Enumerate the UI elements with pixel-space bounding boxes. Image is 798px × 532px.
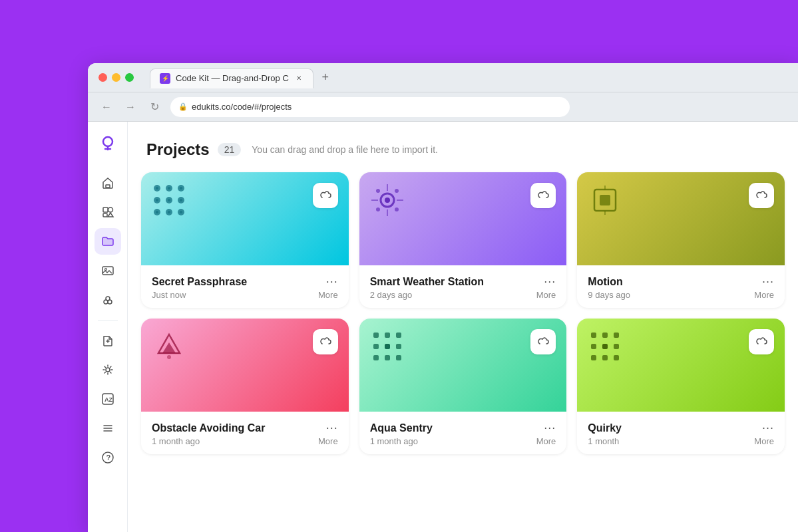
svg-point-37 <box>180 199 182 201</box>
project-card-aqua-sentry[interactable]: Aqua Sentry ··· 1 month ago More <box>359 319 567 454</box>
sidebar-item-shapes[interactable] <box>95 199 121 225</box>
svg-point-58 <box>167 355 171 359</box>
forward-button[interactable]: → <box>122 101 138 113</box>
card-thumbnail <box>577 319 785 412</box>
svg-rect-61 <box>396 332 401 338</box>
card-more-button[interactable]: More <box>754 436 774 446</box>
cloud-sync-button[interactable] <box>530 329 556 354</box>
project-card-quirky[interactable]: Quirky ··· 1 month More <box>577 319 785 454</box>
project-icon <box>588 183 622 217</box>
address-bar[interactable]: 🔒 edukits.co/code/#/projects <box>170 97 570 117</box>
svg-rect-3 <box>106 185 110 188</box>
card-time: 9 days ago <box>588 290 630 300</box>
card-menu-button[interactable]: ··· <box>762 421 774 435</box>
card-title: Aqua Sentry <box>370 422 433 434</box>
back-button[interactable]: ← <box>99 101 114 113</box>
svg-marker-6 <box>108 213 113 217</box>
cloud-sync-button[interactable] <box>313 329 338 354</box>
card-meta-row: 1 month ago More <box>152 436 338 446</box>
svg-rect-76 <box>614 355 619 360</box>
card-more-button[interactable]: More <box>754 290 774 300</box>
card-title-row: Quirky ··· <box>588 421 774 435</box>
svg-point-35 <box>156 199 158 201</box>
card-meta-row: 2 days ago More <box>370 290 556 300</box>
sidebar-item-home[interactable] <box>95 170 121 196</box>
card-title-row: Motion ··· <box>588 275 774 289</box>
card-time: 1 month <box>588 436 619 446</box>
close-button[interactable] <box>99 73 107 82</box>
cloud-sync-button[interactable] <box>749 183 774 208</box>
project-icon <box>370 329 405 364</box>
card-more-button[interactable]: More <box>536 290 556 300</box>
minimize-button[interactable] <box>112 73 120 82</box>
svg-rect-64 <box>396 344 401 349</box>
card-title: Quirky <box>588 422 622 434</box>
svg-point-42 <box>385 198 390 203</box>
svg-point-5 <box>108 207 112 212</box>
card-more-button[interactable]: More <box>536 436 556 446</box>
projects-badge: 21 <box>218 143 242 156</box>
card-meta-row: Just now More <box>152 290 338 300</box>
svg-rect-69 <box>602 332 608 338</box>
card-menu-button[interactable]: ··· <box>326 421 338 435</box>
sidebar-item-image[interactable] <box>95 257 121 284</box>
card-time: 2 days ago <box>370 290 413 300</box>
card-time: 1 month ago <box>152 436 200 446</box>
svg-rect-71 <box>591 344 596 349</box>
card-menu-button[interactable]: ··· <box>544 421 556 435</box>
svg-rect-63 <box>385 344 390 349</box>
card-more-button[interactable]: More <box>318 290 338 300</box>
card-title: Secret Passphrase <box>152 276 247 288</box>
sidebar-item-az[interactable]: AZ <box>95 386 121 412</box>
svg-point-12 <box>106 297 110 301</box>
hint-text: You can drag and drop a file here to imp… <box>252 144 438 155</box>
svg-point-43 <box>376 189 380 193</box>
card-info: Smart Weather Station ··· 2 days ago Mor… <box>359 265 567 308</box>
project-card-secret-passphrase[interactable]: Secret Passphrase ··· Just now More <box>141 172 349 308</box>
card-thumbnail <box>141 172 349 265</box>
svg-rect-66 <box>385 355 390 360</box>
sidebar-item-folder[interactable] <box>95 228 121 255</box>
cloud-sync-button[interactable] <box>749 329 774 354</box>
card-meta-row: 1 month ago More <box>370 436 556 446</box>
svg-rect-70 <box>614 332 619 338</box>
project-icon <box>152 329 186 364</box>
svg-rect-59 <box>373 332 379 338</box>
card-title-row: Aqua Sentry ··· <box>370 421 556 435</box>
new-tab-button[interactable]: + <box>316 68 335 87</box>
main-content: Projects 21 You can drag and drop a file… <box>128 122 798 532</box>
maximize-button[interactable] <box>125 73 134 82</box>
sidebar-item-new-file[interactable] <box>95 327 121 354</box>
project-card-motion[interactable]: Motion ··· 9 days ago More <box>577 172 785 308</box>
sidebar-item-help[interactable]: ? <box>95 444 121 471</box>
browser-content: AZ ? Projects 21 <box>88 122 798 532</box>
svg-rect-72 <box>602 344 608 349</box>
card-title: Obstacle Avoiding Car <box>152 422 265 434</box>
sidebar-item-group[interactable] <box>95 287 121 313</box>
sidebar-item-list[interactable] <box>95 415 121 442</box>
cloud-sync-button[interactable] <box>313 183 338 208</box>
active-tab[interactable]: ⚡ Code Kit — Drag-and-Drop C ✕ <box>150 68 313 88</box>
browser-window: ⚡ Code Kit — Drag-and-Drop C ✕ + ← → ↻ 🔒… <box>88 63 798 532</box>
card-menu-button[interactable]: ··· <box>762 275 774 289</box>
card-meta-row: 9 days ago More <box>588 290 774 300</box>
tab-close-button[interactable]: ✕ <box>294 74 303 83</box>
svg-point-39 <box>168 211 170 213</box>
svg-point-40 <box>180 211 182 213</box>
card-more-button[interactable]: More <box>318 436 338 446</box>
sidebar-divider <box>98 320 118 321</box>
svg-point-34 <box>180 187 182 190</box>
project-card-smart-weather-station[interactable]: Smart Weather Station ··· 2 days ago Mor… <box>359 172 567 308</box>
sidebar-item-settings[interactable] <box>95 356 121 383</box>
project-card-obstacle-avoiding-car[interactable]: Obstacle Avoiding Car ··· 1 month ago Mo… <box>141 319 349 454</box>
card-menu-button[interactable]: ··· <box>544 275 556 289</box>
card-menu-button[interactable]: ··· <box>326 275 338 289</box>
svg-point-36 <box>168 199 170 201</box>
reload-button[interactable]: ↻ <box>146 100 162 113</box>
page-title: Projects <box>146 140 210 159</box>
cloud-sync-button[interactable] <box>530 183 556 208</box>
card-thumbnail <box>359 319 567 412</box>
svg-rect-62 <box>373 344 379 349</box>
tab-favicon: ⚡ <box>160 73 170 84</box>
svg-point-46 <box>395 207 399 211</box>
